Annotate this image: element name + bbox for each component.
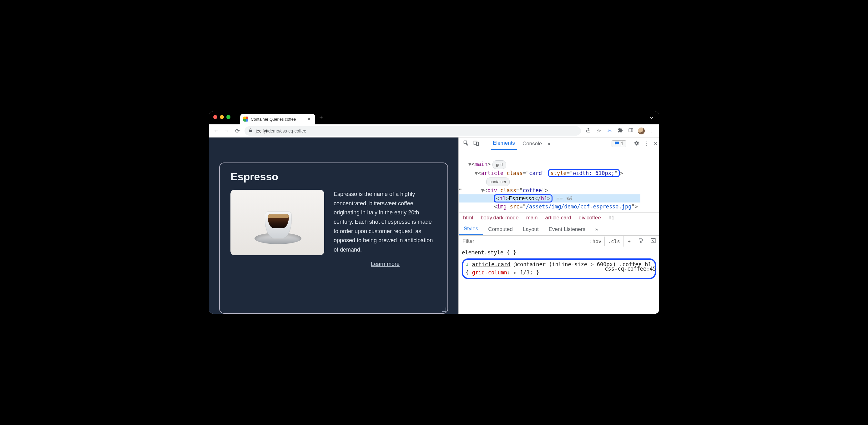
share-icon[interactable]: [585, 128, 592, 134]
more-tabs-icon[interactable]: »: [548, 141, 550, 146]
inspect-icon[interactable]: [463, 140, 469, 148]
subtab-more-icon[interactable]: »: [590, 224, 603, 235]
profile-avatar[interactable]: [638, 128, 645, 134]
toolbar: ← → ⟳ jec.fyi/demo/css-cq-coffee ☆ ✂ ⋮: [209, 124, 659, 137]
browser-tab[interactable]: Container Queries coffee ✕: [240, 114, 315, 124]
browser-window: Container Queries coffee ✕ ＋ ← → ⟳ jec.f…: [209, 111, 659, 314]
titlebar: Container Queries coffee ✕ ＋: [209, 111, 659, 124]
svg-rect-7: [651, 238, 655, 243]
crumb-main[interactable]: main: [526, 215, 538, 221]
styles-filter-row: :hov .cls ＋: [459, 236, 659, 247]
card-body: Espresso is the name of a highly concent…: [230, 190, 437, 267]
lock-icon: [248, 128, 253, 133]
address-bar[interactable]: jec.fyi/demo/css-cq-coffee: [245, 126, 581, 136]
tab-elements[interactable]: Elements: [491, 137, 517, 150]
back-button[interactable]: ←: [213, 128, 219, 134]
tab-console[interactable]: Console: [521, 138, 544, 150]
url-text: jec.fyi/demo/css-cq-coffee: [256, 128, 306, 133]
forward-button[interactable]: →: [223, 128, 230, 134]
styles-filter-input[interactable]: [459, 236, 586, 247]
subtab-styles[interactable]: Styles: [459, 223, 483, 235]
devtools-close-icon[interactable]: ✕: [653, 141, 657, 146]
reload-button[interactable]: ⟳: [234, 128, 241, 134]
new-style-rule-icon[interactable]: ＋: [623, 236, 635, 247]
crumb-body[interactable]: body.dark-mode: [480, 215, 519, 221]
device-toggle-icon[interactable]: [473, 140, 479, 148]
rendered-page: Espresso Espresso is the name of a highl…: [209, 137, 458, 314]
styles-pane[interactable]: element.style { } ↓ article.card @contai…: [459, 247, 659, 292]
close-window[interactable]: [213, 115, 217, 119]
window-controls: [213, 115, 230, 119]
badge-grid[interactable]: grid: [493, 160, 506, 169]
tab-title: Container Queries coffee: [251, 117, 296, 122]
subtab-computed[interactable]: Computed: [483, 224, 518, 235]
resize-handle-icon[interactable]: [442, 307, 446, 312]
svg-rect-6: [640, 241, 641, 243]
highlight-style-attr: style="width: 610px;": [548, 169, 620, 177]
crumb-article[interactable]: article.card: [545, 215, 571, 221]
issues-badge[interactable]: 1: [612, 140, 626, 147]
paint-icon[interactable]: [635, 236, 647, 247]
sidepanel-icon[interactable]: [627, 128, 634, 134]
dom-breadcrumbs[interactable]: html body.dark-mode main article.card di…: [459, 213, 659, 223]
svg-rect-1: [629, 128, 633, 132]
card-text-col: Espresso is the name of a highly concent…: [334, 190, 437, 267]
selected-dom-node[interactable]: <h1>Espresso</h1> == $0: [459, 194, 640, 202]
subtab-layout[interactable]: Layout: [518, 224, 544, 235]
bookmark-icon[interactable]: ☆: [595, 128, 602, 134]
badge-container[interactable]: container: [486, 177, 510, 186]
computed-toggle-icon[interactable]: [647, 236, 659, 247]
svg-rect-5: [476, 142, 479, 145]
content-area: Espresso Espresso is the name of a highl…: [209, 137, 659, 314]
subtab-event-listeners[interactable]: Event Listeners: [544, 224, 590, 235]
extensions-icon[interactable]: [617, 128, 623, 134]
styles-subtabs: Styles Computed Layout Event Listeners »: [459, 223, 659, 236]
card-description: Espresso is the name of a highly concent…: [334, 190, 437, 255]
tabs-dropdown-icon[interactable]: [649, 115, 654, 121]
favicon-icon: [243, 117, 248, 122]
hov-toggle[interactable]: :hov: [586, 236, 605, 246]
devtools-menu-icon[interactable]: ⋮: [644, 141, 649, 146]
card-heading: Espresso: [230, 171, 437, 183]
crumb-div[interactable]: div.coffee: [579, 215, 601, 221]
highlight-h1: <h1>Espresso</h1>: [494, 194, 553, 202]
close-tab-icon[interactable]: ✕: [307, 117, 311, 122]
menu-icon[interactable]: ⋮: [649, 128, 655, 134]
ancestor-link[interactable]: article.card: [472, 261, 510, 267]
devtools-toolbar: Elements Console » 1 ⋮ ✕: [459, 137, 659, 150]
dom-tree[interactable]: ⋯ ▼<main>grid ▼<article class="card" sty…: [459, 150, 659, 213]
line-actions-icon[interactable]: ⋯: [459, 185, 462, 193]
new-tab-button[interactable]: ＋: [318, 113, 324, 123]
maximize-window[interactable]: [226, 115, 230, 119]
learn-more-link[interactable]: Learn more: [334, 261, 437, 267]
settings-icon[interactable]: [633, 140, 640, 148]
crumb-html[interactable]: html: [463, 215, 473, 221]
source-link[interactable]: css-cq-coffee:45: [605, 265, 656, 273]
crumb-h1[interactable]: h1: [609, 215, 614, 221]
element-style-block[interactable]: element.style { }: [462, 249, 656, 257]
scissors-icon[interactable]: ✂: [606, 128, 613, 134]
coffee-image: [230, 190, 324, 255]
minimize-window[interactable]: [220, 115, 224, 119]
cls-toggle[interactable]: .cls: [604, 236, 623, 246]
devtools-panel: Elements Console » 1 ⋮ ✕ ⋯ ▼<main>grid ▼…: [458, 137, 659, 314]
dom-img-src[interactable]: /assets/img/demo/cof-espresso.jpg: [526, 203, 631, 210]
coffee-card: Espresso Espresso is the name of a highl…: [219, 163, 448, 314]
issues-count: 1: [621, 141, 623, 146]
